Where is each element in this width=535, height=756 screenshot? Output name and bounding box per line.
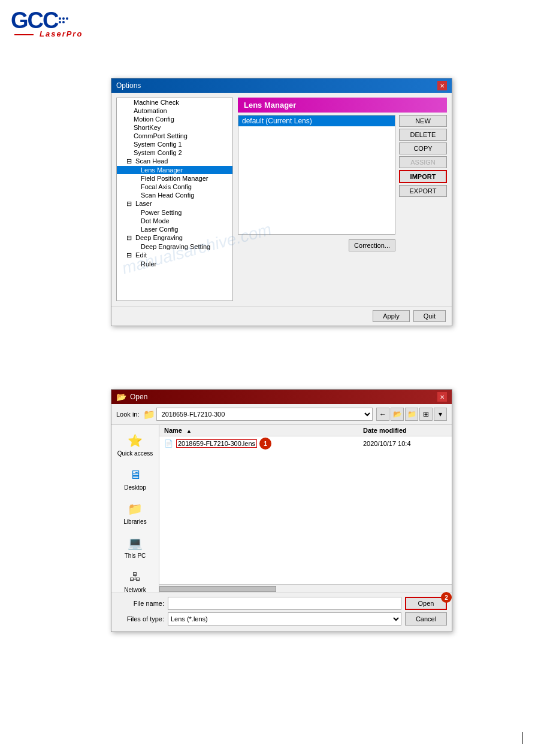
file-item-date: 2020/10/17 10:4 [363,440,447,447]
tree-item-laser-config[interactable]: Laser Config [117,225,232,233]
lens-list: default (Current Lens) [238,115,395,235]
delete-button[interactable]: DELETE [399,129,447,141]
options-right-panel: Lens Manager default (Current Lens) Corr… [238,98,447,301]
open-dialog-footer: File name: Open 2 Files of type: Lens (*… [111,593,452,631]
tree-item-field-position[interactable]: Field Position Manager [117,174,232,183]
tree-item-machine-check[interactable]: Machine Check [117,98,232,107]
look-in-label: Look in: [116,411,140,418]
tree-item-edit[interactable]: ⊟ Edit [117,251,232,260]
right-content: default (Current Lens) Correction... NEW… [238,115,447,251]
tree-item-focal-axis[interactable]: Focal Axis Config [117,183,232,191]
copy-button[interactable]: COPY [399,142,447,154]
cancel-button[interactable]: Cancel [405,612,447,626]
nav-back-button[interactable]: ← [376,408,389,421]
options-tree-panel: Machine Check Automation Motion Config S… [116,98,233,301]
gcc-dots [59,17,68,24]
tree-item-scan-head[interactable]: ⊟ Scan Head [117,157,232,166]
new-button[interactable]: NEW [399,115,447,127]
tree-item-deep-engraving-setting[interactable]: Deep Engraving Setting [117,242,232,251]
files-of-type-row: Files of type: Lens (*.lens) Cancel [116,612,447,626]
gcc-letters: GCC [11,9,58,32]
options-body: Machine Check Automation Motion Config S… [111,93,452,306]
options-title: Options [116,81,141,90]
nav-network[interactable]: 🖧 Network [115,566,156,596]
open-dialog-titlebar: 📂 Open ✕ [111,390,452,404]
lens-manager-header: Lens Manager [238,98,447,113]
tree-item-commport[interactable]: CommPort Setting [117,132,232,140]
tree-item-laser[interactable]: ⊟ Laser [117,199,232,208]
nav-desktop-label: Desktop [124,484,146,491]
logo-area: GCC LaserPro [11,9,83,40]
lens-list-item-default[interactable]: default (Current Lens) [238,116,395,126]
file-list-header: Name ▲ Date modified [159,425,452,436]
apply-button[interactable]: Apply [373,310,410,322]
open-button[interactable]: Open 2 [405,597,447,610]
nav-this-pc[interactable]: 💻 This PC [115,532,156,561]
quit-button[interactable]: Quit [413,310,446,322]
open-dialog-sidebar: ⭐ Quick access 🖥 Desktop 📁 Libraries 💻 T… [111,425,159,593]
options-dialog: Options ✕ Machine Check Automation Motio… [111,78,452,326]
action-buttons: NEW DELETE COPY ASSIGN IMPORT EXPORT [399,115,447,251]
assign-button[interactable]: ASSIGN [399,156,447,168]
tree-item-lens-manager[interactable]: Lens Manager [117,166,232,174]
files-of-type-label: Files of type: [116,615,164,623]
open-dialog-content: ⭐ Quick access 🖥 Desktop 📁 Libraries 💻 T… [111,425,452,593]
network-icon: 🖧 [126,569,145,585]
options-footer: Apply Quit [111,306,452,326]
look-in-select[interactable]: 2018659-FL7210-300 [156,408,373,421]
tree-item-shortkey[interactable]: ShortKey [117,123,232,132]
nav-quick-access-label: Quick access [117,450,153,457]
nav-desktop[interactable]: 🖥 Desktop [115,464,156,493]
file-icon: 📄 [164,439,174,448]
files-of-type-select[interactable]: Lens (*.lens) [168,612,401,626]
tree-item-deep-engraving[interactable]: ⊟ Deep Engraving [117,233,232,242]
tree-item-sysconfig2[interactable]: System Config 2 [117,148,232,157]
open-dialog-title: Open [130,393,147,401]
file-name-row: File name: Open 2 [116,597,447,610]
nav-quick-access[interactable]: ⭐ Quick access [115,430,156,459]
nav-view-button[interactable]: ⊞ [419,408,433,421]
file-badge-1: 1 [259,438,271,450]
nav-network-label: Network [124,587,146,593]
scrollbar-thumb [159,586,276,592]
tree-item-automation[interactable]: Automation [117,107,232,115]
export-button[interactable]: EXPORT [399,185,447,197]
file-item[interactable]: 📄 2018659-FL7210-300.lens 1 2020/10/17 1… [159,436,452,451]
options-close-button[interactable]: ✕ [437,81,447,90]
nav-libraries-label: Libraries [123,518,146,525]
correction-button[interactable]: Correction... [349,239,395,251]
tree-item-motion-config[interactable]: Motion Config [117,115,232,123]
libraries-icon: 📁 [126,500,145,517]
open-badge: 2 [441,592,452,603]
file-item-name: 2018659-FL7210-300.lens 1 [176,438,363,450]
nav-this-pc-label: This PC [125,552,146,559]
open-dialog-close-button[interactable]: ✕ [437,392,447,402]
file-name-text: 2018659-FL7210-300.lens [176,439,257,448]
open-dialog: 📂 Open ✕ Look in: 📁 2018659-FL7210-300 ←… [111,389,452,632]
tree-item-dot-mode[interactable]: Dot Mode [117,217,232,225]
open-dialog-toolbar: Look in: 📁 2018659-FL7210-300 ← 📂 📁 ⊞ ▾ [111,404,452,425]
tree-item-sysconfig1[interactable]: System Config 1 [117,140,232,148]
horizontal-scrollbar[interactable] [159,584,452,593]
file-list-area: Name ▲ Date modified 📄 2018659-FL7210-30… [159,425,452,593]
tree-item-power-setting[interactable]: Power Setting [117,208,232,217]
this-pc-icon: 💻 [126,535,145,551]
laserpro-text: LaserPro [40,29,83,38]
tree-item-scan-head-config[interactable]: Scan Head Config [117,191,232,199]
file-name-label: File name: [116,600,164,607]
page-bottom-line [522,732,523,744]
file-name-col-header: Name ▲ [164,427,363,434]
tree-item-ruler[interactable]: Ruler [117,260,232,268]
file-name-input[interactable] [168,597,401,610]
nav-libraries[interactable]: 📁 Libraries [115,498,156,527]
nav-create-folder-button[interactable]: 📁 [405,408,418,421]
file-date-col-header: Date modified [363,427,447,434]
desktop-icon: 🖥 [126,466,145,483]
quick-access-icon: ⭐ [126,432,145,449]
file-list: 📄 2018659-FL7210-300.lens 1 2020/10/17 1… [159,436,452,584]
import-button[interactable]: IMPORT [399,170,447,183]
nav-view-dropdown-button[interactable]: ▾ [434,408,447,421]
options-titlebar: Options ✕ [111,78,452,93]
nav-up-button[interactable]: 📂 [391,408,404,421]
